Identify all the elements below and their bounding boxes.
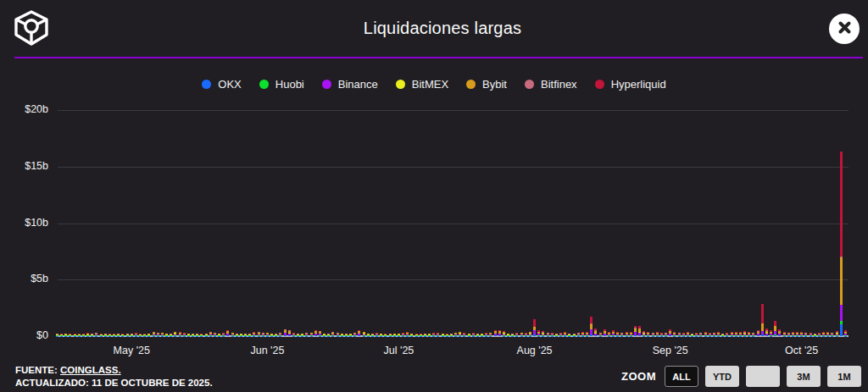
bar[interactable] xyxy=(380,334,382,336)
bar[interactable] xyxy=(131,334,133,336)
bar[interactable] xyxy=(757,330,760,336)
bar[interactable] xyxy=(100,334,103,336)
bar[interactable] xyxy=(371,334,374,336)
bar[interactable] xyxy=(244,334,247,336)
bar[interactable] xyxy=(292,333,295,336)
bar[interactable] xyxy=(415,334,418,336)
bar[interactable] xyxy=(822,332,825,337)
bar[interactable] xyxy=(498,330,501,336)
bar[interactable] xyxy=(288,330,291,336)
bar[interactable] xyxy=(358,330,360,336)
bar[interactable] xyxy=(459,332,461,336)
bar[interactable] xyxy=(86,333,89,336)
bar[interactable] xyxy=(95,333,97,336)
bar[interactable] xyxy=(209,332,212,336)
bar[interactable] xyxy=(468,334,470,336)
bar[interactable] xyxy=(800,332,803,336)
bar[interactable] xyxy=(91,334,93,336)
bar[interactable] xyxy=(608,332,610,336)
bar[interactable] xyxy=(792,332,794,337)
bar[interactable] xyxy=(836,331,838,336)
bar[interactable] xyxy=(437,333,439,336)
coinglass-link[interactable]: COINGLASS. xyxy=(60,365,121,375)
bar[interactable] xyxy=(446,334,448,336)
bar[interactable] xyxy=(424,334,426,336)
bar[interactable] xyxy=(236,334,238,336)
bar[interactable] xyxy=(511,334,514,336)
bar[interactable] xyxy=(599,333,602,336)
bar[interactable] xyxy=(489,333,492,336)
bar[interactable] xyxy=(231,333,234,336)
bar[interactable] xyxy=(341,334,343,336)
bar[interactable] xyxy=(258,332,260,336)
legend-item-hyperliquid[interactable]: Hyperliquid xyxy=(595,78,666,91)
bar[interactable] xyxy=(673,332,676,337)
bar[interactable] xyxy=(656,332,659,337)
bar[interactable] xyxy=(327,334,330,336)
bar[interactable] xyxy=(594,329,597,336)
bar[interactable] xyxy=(240,334,242,336)
bar[interactable] xyxy=(153,332,155,336)
bar[interactable] xyxy=(196,334,198,336)
bar[interactable] xyxy=(547,333,549,336)
bar[interactable] xyxy=(310,333,313,336)
bar[interactable] xyxy=(814,334,816,336)
bar[interactable] xyxy=(586,332,588,337)
bar[interactable] xyxy=(573,334,576,336)
bar[interactable] xyxy=(735,332,737,337)
bar[interactable] xyxy=(143,334,146,336)
bar[interactable] xyxy=(262,333,264,336)
legend-item-okx[interactable]: OKX xyxy=(202,78,241,91)
bar[interactable] xyxy=(669,329,671,336)
bar[interactable] xyxy=(660,333,663,336)
bar[interactable] xyxy=(581,332,584,336)
bar[interactable] xyxy=(643,331,645,336)
zoom-button-3m[interactable]: 3M xyxy=(787,366,821,387)
bar[interactable] xyxy=(367,334,370,336)
zoom-button-blank[interactable] xyxy=(746,366,780,387)
bar[interactable] xyxy=(56,334,58,336)
bar[interactable] xyxy=(253,332,255,336)
bar[interactable] xyxy=(551,333,554,336)
bar[interactable] xyxy=(78,334,81,336)
legend-item-bybit[interactable]: Bybit xyxy=(466,78,507,91)
bar[interactable] xyxy=(74,334,76,336)
bar[interactable] xyxy=(634,326,637,336)
bar[interactable] xyxy=(826,332,829,336)
bar[interactable] xyxy=(450,334,453,336)
bar[interactable] xyxy=(647,332,649,336)
bar[interactable] xyxy=(205,334,208,336)
bar[interactable] xyxy=(713,333,715,336)
bar[interactable] xyxy=(844,330,847,336)
bar[interactable] xyxy=(626,332,628,337)
bar[interactable] xyxy=(616,332,619,336)
bar[interactable] xyxy=(301,334,303,336)
zoom-button-1m[interactable]: 1M xyxy=(827,366,861,387)
bar[interactable] xyxy=(620,333,623,336)
bar[interactable] xyxy=(226,330,229,336)
bar[interactable] xyxy=(748,332,750,337)
bar[interactable] xyxy=(717,332,720,336)
bar[interactable] xyxy=(691,334,693,336)
bar[interactable] xyxy=(104,334,107,336)
bar[interactable] xyxy=(765,329,768,336)
bar[interactable] xyxy=(770,330,772,336)
bar[interactable] xyxy=(709,333,711,336)
bar[interactable] xyxy=(743,331,746,336)
bar[interactable] xyxy=(638,326,641,336)
bar[interactable] xyxy=(187,334,190,336)
bar[interactable] xyxy=(117,334,120,336)
legend-item-bitfinex[interactable]: Bitfinex xyxy=(525,78,577,91)
bar[interactable] xyxy=(568,334,570,336)
bar[interactable] xyxy=(174,332,176,336)
bar[interactable] xyxy=(537,330,540,336)
bar[interactable] xyxy=(108,334,111,336)
bar[interactable] xyxy=(363,332,365,336)
bar[interactable] xyxy=(353,333,356,336)
bar[interactable] xyxy=(60,334,63,336)
bar[interactable] xyxy=(494,330,497,336)
bar[interactable] xyxy=(345,334,348,336)
bar[interactable] xyxy=(515,333,518,336)
bar[interactable] xyxy=(432,333,435,336)
bar[interactable] xyxy=(810,333,812,336)
